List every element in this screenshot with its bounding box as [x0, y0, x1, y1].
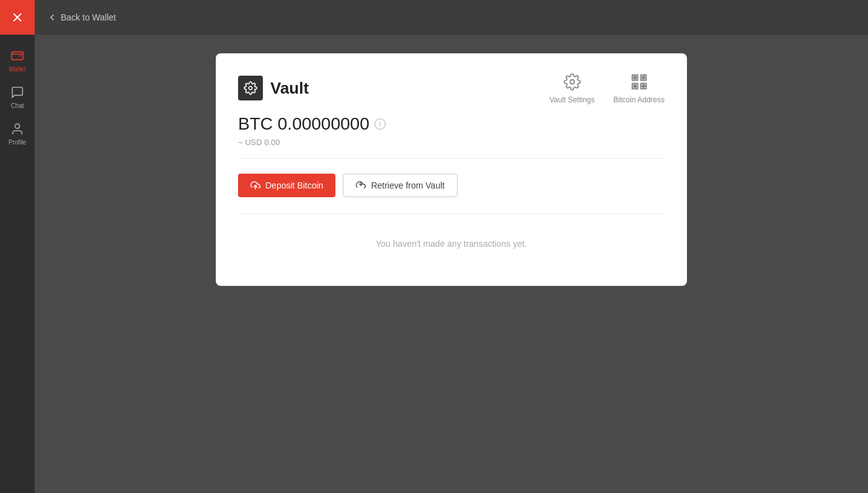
vault-settings-button[interactable]: Vault Settings	[549, 72, 595, 104]
svg-rect-9	[640, 87, 643, 89]
svg-rect-13	[634, 85, 636, 87]
sidebar-item-wallet[interactable]: Wallet	[0, 41, 35, 78]
svg-rect-8	[644, 84, 646, 86]
vault-card: Vault Vault Settings	[216, 53, 687, 286]
back-label: Back to Wallet	[61, 12, 116, 22]
svg-rect-10	[644, 87, 646, 89]
app-logo[interactable]	[0, 0, 35, 35]
sidebar: Wallet Chat Profile	[0, 0, 35, 493]
btc-amount: BTC 0.00000000	[238, 114, 370, 134]
topbar: Back to Wallet	[35, 0, 868, 35]
svg-rect-11	[634, 76, 636, 79]
sidebar-item-wallet-label: Wallet	[9, 66, 25, 73]
retrieve-from-vault-label: Retrieve from Vault	[371, 180, 445, 190]
svg-point-1	[15, 124, 19, 128]
svg-point-3	[570, 80, 574, 84]
sidebar-item-profile-label: Profile	[9, 139, 26, 146]
chat-icon	[10, 85, 25, 100]
wallet-icon	[10, 48, 25, 63]
sidebar-item-chat-label: Chat	[11, 102, 24, 109]
info-icon[interactable]: i	[374, 118, 386, 130]
vault-icon-box	[238, 76, 263, 100]
svg-rect-12	[642, 76, 645, 79]
sidebar-item-profile[interactable]: Profile	[0, 114, 35, 151]
retrieve-icon	[356, 180, 366, 190]
vault-actions: Vault Settings	[549, 72, 665, 104]
bitcoin-address-icon	[629, 72, 649, 92]
vault-settings-label: Vault Settings	[549, 95, 595, 104]
bitcoin-address-button[interactable]: Bitcoin Address	[613, 72, 665, 104]
sidebar-nav: Wallet Chat Profile	[0, 35, 35, 151]
usd-balance: ~ USD 0.00	[238, 138, 665, 147]
retrieve-from-vault-button[interactable]: Retrieve from Vault	[343, 174, 458, 197]
back-to-wallet-link[interactable]: Back to Wallet	[47, 12, 116, 22]
svg-rect-7	[640, 84, 643, 86]
vault-title: Vault	[270, 79, 309, 98]
deposit-icon	[250, 180, 260, 190]
profile-icon	[10, 122, 25, 136]
vault-divider	[238, 158, 665, 159]
main-content: Back to Wallet Vault	[35, 0, 868, 493]
vault-gear-icon	[244, 81, 257, 95]
vault-header: Vault Vault Settings	[238, 72, 665, 104]
content-area: Vault Vault Settings	[35, 35, 868, 493]
vault-settings-icon	[562, 72, 582, 92]
sidebar-item-chat[interactable]: Chat	[0, 78, 35, 114]
svg-rect-0	[12, 52, 23, 60]
svg-point-2	[249, 86, 252, 90]
empty-transactions-message: You haven't made any transactions yet.	[238, 214, 665, 261]
btc-balance: BTC 0.00000000 i	[238, 114, 665, 134]
vault-title-section: Vault	[238, 76, 309, 100]
deposit-bitcoin-button[interactable]: Deposit Bitcoin	[238, 174, 335, 197]
x-icon	[10, 10, 25, 25]
back-chevron-icon	[47, 12, 57, 22]
deposit-bitcoin-label: Deposit Bitcoin	[265, 180, 323, 190]
bitcoin-address-label: Bitcoin Address	[613, 95, 665, 104]
vault-buttons: Deposit Bitcoin Retrieve from Vault	[238, 174, 665, 207]
